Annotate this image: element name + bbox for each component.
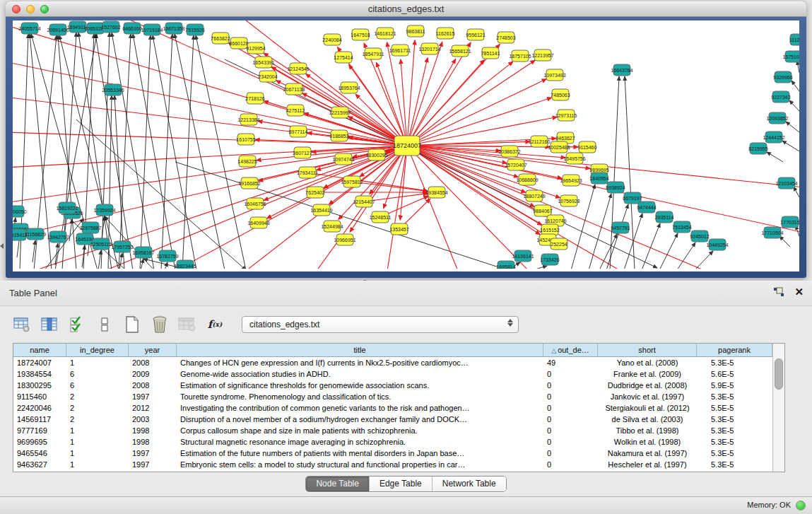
table-row[interactable]: 1872400712008Changes of HCN gene express… <box>13 357 772 368</box>
graph-node[interactable] <box>343 176 360 187</box>
tab-network-table[interactable]: Network Table <box>433 477 506 491</box>
tab-edge-table[interactable]: Edge Table <box>370 477 433 491</box>
graph-node[interactable] <box>355 196 372 207</box>
column-header-short[interactable]: short <box>598 344 697 356</box>
table-row[interactable]: 969969511998Structural magnetic resonanc… <box>13 436 772 448</box>
graph-node[interactable] <box>591 173 608 184</box>
graph-node[interactable] <box>612 222 629 233</box>
graph-node[interactable] <box>49 24 66 35</box>
graph-node[interactable] <box>237 134 254 145</box>
graph-node[interactable] <box>368 149 385 160</box>
graph-node[interactable] <box>69 21 86 33</box>
new-document-icon[interactable] <box>122 315 143 334</box>
graph-node[interactable] <box>772 91 789 103</box>
table-row[interactable]: 1938455462009Genome-wide association stu… <box>13 368 772 380</box>
graph-node[interactable] <box>558 110 575 121</box>
table-row[interactable]: 2242004622012Investigating the contribut… <box>13 402 772 414</box>
graph-node[interactable] <box>764 227 781 238</box>
graph-node[interactable] <box>82 222 99 233</box>
column-select-icon[interactable] <box>39 315 60 334</box>
graph-node[interactable] <box>638 201 655 213</box>
graph-node[interactable] <box>135 247 152 258</box>
graph-node[interactable] <box>394 136 420 156</box>
graph-node[interactable] <box>541 254 558 265</box>
graph-node[interactable] <box>102 21 119 33</box>
graph-node[interactable] <box>613 64 630 76</box>
graph-node[interactable] <box>691 230 708 242</box>
table-select-dropdown[interactable]: citations_edges.txt <box>242 316 519 333</box>
graph-node[interactable] <box>247 93 264 104</box>
graph-node[interactable] <box>331 130 348 141</box>
graph-node[interactable] <box>124 23 141 34</box>
graph-node[interactable] <box>290 63 307 74</box>
graph-node[interactable] <box>790 34 799 45</box>
graph-node[interactable] <box>287 105 304 116</box>
column-header-name[interactable]: name <box>13 344 66 356</box>
graph-node[interactable] <box>526 190 543 201</box>
graph-node[interactable] <box>96 204 113 216</box>
graph-node[interactable] <box>255 57 272 68</box>
select-all-checks-icon[interactable] <box>66 315 88 334</box>
column-header-in_degree[interactable]: in_degree <box>66 344 129 356</box>
table-row[interactable]: 1456911722003Disruption of a novel membe… <box>13 414 772 425</box>
graph-node[interactable] <box>13 206 24 217</box>
graph-node[interactable] <box>607 182 624 193</box>
graph-node[interactable] <box>507 159 524 170</box>
graph-node[interactable] <box>336 234 353 245</box>
vertical-scrollbar[interactable] <box>772 344 784 472</box>
graph-node[interactable] <box>579 141 596 153</box>
graph-node[interactable] <box>165 23 182 34</box>
graph-node[interactable] <box>552 89 569 100</box>
graph-node[interactable] <box>498 32 514 43</box>
graph-node[interactable] <box>352 29 369 40</box>
graph-node[interactable] <box>335 52 352 63</box>
graph-node[interactable] <box>428 187 445 198</box>
graph-node[interactable] <box>114 241 131 252</box>
graph-node[interactable] <box>241 177 258 189</box>
graph-node[interactable] <box>250 217 267 228</box>
function-builder-icon[interactable]: f(x) <box>204 315 225 334</box>
graph-node[interactable] <box>372 211 389 223</box>
graph-node[interactable] <box>407 25 424 37</box>
graph-node[interactable] <box>421 43 438 54</box>
graph-node[interactable] <box>566 153 583 164</box>
graph-node[interactable] <box>177 260 194 269</box>
collapse-panel-arrow-icon[interactable] <box>0 243 4 249</box>
graph-node[interactable] <box>531 136 548 147</box>
graph-node[interactable] <box>187 24 204 35</box>
graph-node[interactable] <box>290 126 307 137</box>
graph-node[interactable] <box>331 107 348 118</box>
table-row[interactable]: 946554611997Estimation of the future num… <box>13 448 772 459</box>
column-header-pagerank[interactable]: pagerank <box>697 344 772 356</box>
table-row[interactable]: 911546021997Tourette syndrome. Phenomeno… <box>13 391 772 402</box>
graph-node[interactable] <box>624 192 641 204</box>
graph-node[interactable] <box>563 175 579 186</box>
graph-node[interactable] <box>546 69 563 81</box>
graph-node[interactable] <box>286 83 302 95</box>
graph-node[interactable] <box>307 187 324 198</box>
graph-node[interactable] <box>239 156 256 167</box>
table-row[interactable]: 946362711997Embryonic stem cells: a mode… <box>13 459 772 470</box>
graph-node[interactable] <box>765 132 782 143</box>
graph-node[interactable] <box>294 147 311 158</box>
graph-node[interactable] <box>512 50 529 62</box>
graph-node[interactable] <box>13 229 26 240</box>
graph-node[interactable] <box>778 177 795 189</box>
unselect-squares-icon[interactable] <box>94 315 115 334</box>
graph-node[interactable] <box>498 261 514 269</box>
graph-node[interactable] <box>105 84 122 95</box>
graph-node[interactable] <box>247 198 264 209</box>
graph-node[interactable] <box>87 23 104 34</box>
graph-node[interactable] <box>324 221 341 232</box>
graph-node[interactable] <box>560 195 577 206</box>
graph-node[interactable] <box>437 28 454 39</box>
graph-node[interactable] <box>785 51 799 62</box>
graph-node[interactable] <box>59 202 76 214</box>
graph-node[interactable] <box>230 37 247 49</box>
column-header-out_de[interactable]: △out_de… <box>543 344 598 356</box>
graph-node[interactable] <box>673 221 690 233</box>
graph-node[interactable] <box>391 223 408 235</box>
graph-node[interactable] <box>76 233 93 245</box>
graph-node[interactable] <box>782 216 799 228</box>
graph-node[interactable] <box>324 34 341 45</box>
